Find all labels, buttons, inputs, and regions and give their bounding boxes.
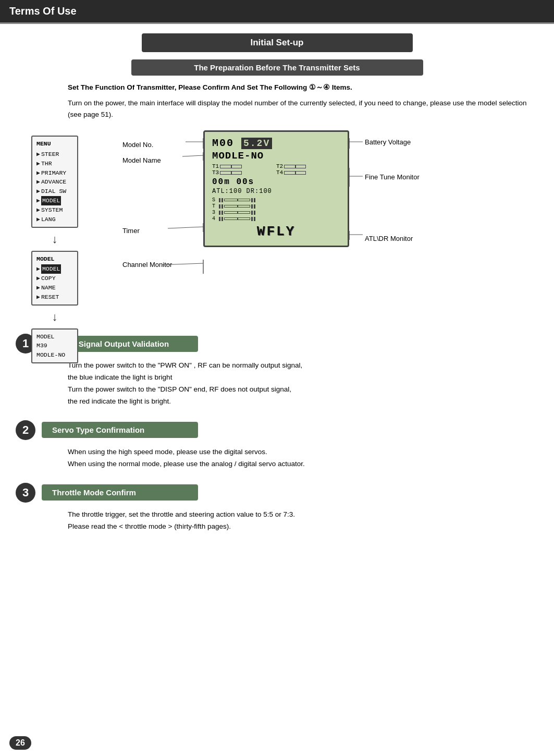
menu-item-dialsw: ▶DIAL SW (36, 187, 73, 196)
section-1-line-2: the blue indicate the light is bright (68, 372, 538, 384)
menu-item-thr: ▶THR (36, 159, 73, 168)
tune-t1: T1 (212, 163, 276, 169)
label-battery-voltage: Battery Voltage (365, 138, 411, 146)
section-1-line-3: Turn the power switch to the "DISP ON" e… (68, 384, 538, 396)
lcd-wfly: WFLY (212, 224, 340, 239)
section-2-body: When using the high speed mode, please u… (68, 446, 538, 470)
label-channel-monitor: Channel Monitor (122, 261, 172, 269)
ch-row-t: T (212, 203, 340, 209)
lcd-screen: M00 5.2V MODLE-NO T1 T2 T3 T4 00m 00s (203, 130, 349, 247)
lcd-voltage: 5.2V (241, 138, 272, 149)
svg-line-5 (168, 227, 203, 228)
section-1-header: 1 The Rf Signal Output Validation (16, 334, 538, 353)
menu-item-lang: ▶LANG (36, 215, 73, 224)
section-2-line-1: When using the high speed mode, please u… (68, 446, 538, 458)
section-3-line-2: Please read the < throttle mode > (thirt… (68, 521, 538, 533)
ch-row-4: 4 (212, 216, 340, 222)
lcd-timer-text: 00m 00s (212, 177, 254, 187)
arrow-down-1: ↓ (31, 234, 78, 245)
menu-item-system: ▶SYSTEM (36, 205, 73, 215)
menu-item-model-highlighted: ▶MODEL (36, 196, 73, 205)
header-title: Terms Of Use (9, 5, 77, 17)
lcd-model-no-text: M00 (212, 137, 241, 149)
label-model-no: Model No. (122, 141, 153, 149)
intro-paragraph: Turn on the power, the main interface wi… (68, 97, 538, 120)
lcd-atl-row: ATL:100 DR:100 (212, 188, 340, 195)
menu-item-steer: ▶STEER (36, 150, 73, 159)
menu-item-name: ▶NAME (36, 283, 73, 292)
menu-box3-line3: MODLE-NO (36, 350, 73, 360)
section-2-title: Servo Type Confirmation (42, 422, 198, 438)
section-3-title: Throttle Mode Confirm (42, 484, 198, 501)
label-fine-tune: Fine Tune Monitor (365, 173, 420, 181)
ch-row-3: 3 (212, 210, 340, 215)
section-3-body: The throttle trigger, set the throttle a… (68, 509, 538, 533)
tune-t4: T4 (276, 169, 340, 176)
section-2: 2 Servo Type Confirmation When using the… (16, 420, 538, 470)
svg-line-3 (182, 155, 203, 156)
section-1-body: Turn the power switch to the "PWR ON" , … (68, 360, 538, 408)
lcd-channels: S T (212, 197, 340, 222)
menu-box-2: MODEL ▶MODEL ▶COPY ▶NAME ▶RESET (31, 251, 78, 306)
lcd-model-name-row: MODLE-NO (212, 150, 340, 162)
menu-item-primary: ▶PRIMARY (36, 168, 73, 178)
tune-t3: T3 (212, 169, 276, 176)
menu-title-1: MENU (36, 139, 73, 149)
section-3-number: 3 (16, 483, 35, 503)
menu-box-3: MODEL M39 MODLE-NO (31, 328, 78, 363)
section-2-line-2: When using the normal mode, please use t… (68, 458, 538, 470)
menu-box-1: MENU ▶STEER ▶THR ▶PRIMARY ▶ADVANCE ▶DIAL… (31, 136, 78, 227)
tune-t2: T2 (276, 163, 340, 169)
label-model-name: Model Name (122, 156, 161, 164)
menu-box3-line2: M39 (36, 341, 73, 350)
page-number: 26 (9, 736, 31, 750)
page-header: Terms Of Use (0, 0, 554, 24)
section-2-header: 2 Servo Type Confirmation (16, 420, 538, 440)
fine-tune-grid: T1 T2 T3 T4 (212, 163, 340, 176)
instruction-text: Set The Function Of Transmitter, Please … (68, 83, 538, 92)
lcd-atl-text: ATL:100 DR:100 (212, 188, 272, 195)
section-3-line-1: The throttle trigger, set the throttle a… (68, 509, 538, 521)
menu-boxes-container: MENU ▶STEER ▶THR ▶PRIMARY ▶ADVANCE ▶DIAL… (31, 136, 78, 363)
ch-row-s: S (212, 197, 340, 203)
arrow-down-2: ↓ (31, 311, 78, 323)
lcd-screen-container: M00 5.2V MODLE-NO T1 T2 T3 T4 00m 00s (203, 130, 349, 247)
section-2-number: 2 (16, 420, 35, 440)
section-1-line-4: the red indicate the light is bright. (68, 396, 538, 408)
section-1-line-1: Turn the power switch to the "PWR ON" , … (68, 360, 538, 372)
initial-setup-title: Initial Set-up (142, 33, 413, 52)
label-atl-monitor: ATL\DR Monitor (365, 235, 413, 242)
menu-title-2: MODEL (36, 254, 73, 264)
lcd-timer-row: 00m 00s (212, 177, 340, 187)
menu-item-advance: ▶ADVANCE (36, 177, 73, 187)
label-timer: Timer (122, 227, 140, 235)
menu-item-copy: ▶COPY (36, 274, 73, 283)
menu-box3-line1: MODEL (36, 332, 73, 342)
section-3-header: 3 Throttle Mode Confirm (16, 483, 538, 503)
section-1: 1 The Rf Signal Output Validation Turn t… (16, 334, 538, 408)
menu-item-model2: ▶MODEL (36, 264, 73, 274)
menu-item-reset: ▶RESET (36, 292, 73, 302)
prep-title: The Preparation Before The Transmitter S… (131, 59, 423, 76)
lcd-model-name-text: MODLE-NO (212, 150, 264, 162)
lcd-model-no-row: M00 5.2V (212, 137, 340, 149)
section-3: 3 Throttle Mode Confirm The throttle tri… (16, 483, 538, 533)
